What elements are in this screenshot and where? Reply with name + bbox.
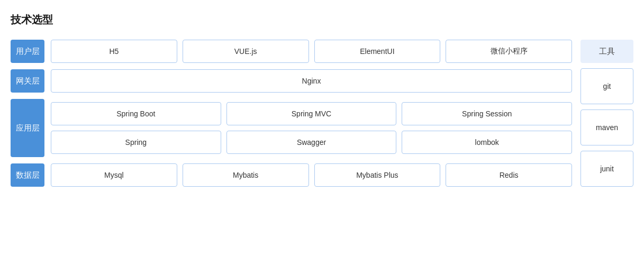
data-layer-label: 数据层 bbox=[11, 163, 44, 187]
tool-maven: maven bbox=[580, 109, 633, 145]
gateway-layer-row: 网关层 Nginx bbox=[11, 69, 572, 93]
tech-box-redis: Redis bbox=[446, 163, 572, 187]
tool-git: git bbox=[580, 68, 633, 104]
app-layer-content: Spring Boot Spring MVC Spring Session Sp… bbox=[51, 102, 572, 154]
page-title: 技术选型 bbox=[11, 13, 633, 27]
tech-box-nginx: Nginx bbox=[51, 69, 572, 93]
tech-box-wechat: 微信小程序 bbox=[446, 40, 572, 63]
tech-box-mysql: Mysql bbox=[51, 163, 177, 187]
tech-box-spring-mvc: Spring MVC bbox=[226, 102, 397, 125]
tech-box-mybatis: Mybatis bbox=[183, 163, 309, 187]
app-row-1: Spring Boot Spring MVC Spring Session bbox=[51, 102, 572, 125]
gateway-layer-label: 网关层 bbox=[11, 69, 44, 93]
tools-header: 工具 bbox=[580, 40, 633, 63]
user-tech-boxes: H5 VUE.js ElementUI 微信小程序 bbox=[51, 40, 572, 63]
gateway-tech-boxes: Nginx bbox=[51, 69, 572, 93]
tech-box-elementui: ElementUI bbox=[314, 40, 441, 63]
app-layer-label: 应用层 bbox=[11, 99, 44, 157]
tech-box-lombok: lombok bbox=[402, 131, 572, 154]
data-tech-boxes: Mysql Mybatis Mybatis Plus Redis bbox=[51, 163, 572, 187]
app-layer-row: 应用层 Spring Boot Spring MVC Spring Sessio… bbox=[11, 99, 572, 157]
tech-box-swagger: Swagger bbox=[226, 131, 397, 154]
user-layer-row: 用户层 H5 VUE.js ElementUI 微信小程序 bbox=[11, 40, 572, 63]
tech-box-vuejs: VUE.js bbox=[183, 40, 309, 63]
tools-section: 工具 git maven junit bbox=[580, 40, 633, 187]
user-layer-label: 用户层 bbox=[11, 40, 44, 63]
tech-box-mybatis-plus: Mybatis Plus bbox=[314, 163, 441, 187]
app-row-2: Spring Swagger lombok bbox=[51, 131, 572, 154]
tech-box-spring-boot: Spring Boot bbox=[51, 102, 221, 125]
data-layer-row: 数据层 Mysql Mybatis Mybatis Plus Redis bbox=[11, 163, 572, 187]
tool-junit: junit bbox=[580, 151, 633, 187]
main-layout: 用户层 H5 VUE.js ElementUI 微信小程序 网关层 Nginx … bbox=[11, 40, 633, 187]
tech-box-h5: H5 bbox=[51, 40, 177, 63]
tech-box-spring-session: Spring Session bbox=[402, 102, 572, 125]
tech-box-spring: Spring bbox=[51, 131, 221, 154]
layers-section: 用户层 H5 VUE.js ElementUI 微信小程序 网关层 Nginx … bbox=[11, 40, 572, 187]
